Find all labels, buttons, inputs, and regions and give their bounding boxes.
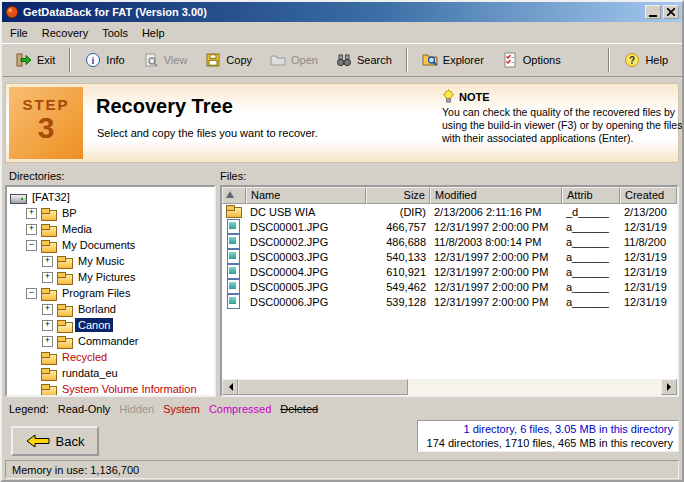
view-icon bbox=[143, 52, 159, 68]
back-button[interactable]: Back bbox=[11, 426, 99, 456]
file-created: 2/13/200 bbox=[620, 206, 677, 218]
expand-icon[interactable]: + bbox=[26, 208, 37, 219]
open-button[interactable]: Open bbox=[261, 47, 327, 73]
folder-icon bbox=[56, 255, 72, 268]
toolbar-separator bbox=[69, 48, 71, 72]
tree-item-label: My Documents bbox=[59, 238, 138, 252]
legend-label: Legend: bbox=[9, 403, 49, 415]
file-icon-cell bbox=[222, 204, 246, 219]
file-created: 12/31/19 bbox=[620, 281, 677, 293]
page-title: Recovery Tree bbox=[96, 95, 233, 118]
menu-item-tools[interactable]: Tools bbox=[95, 24, 135, 42]
folder-icon bbox=[225, 204, 241, 217]
folder-icon bbox=[40, 207, 56, 220]
explorer-label: Explorer bbox=[443, 54, 484, 66]
title-bar[interactable]: GetDataBack for FAT (Version 3.00) bbox=[2, 2, 682, 22]
memory-status: Memory in use: 1,136,700 bbox=[12, 464, 139, 476]
file-attrib: a______ bbox=[562, 236, 620, 248]
expand-icon[interactable]: + bbox=[42, 272, 53, 283]
jpg-file-icon bbox=[225, 294, 241, 307]
file-icon-cell bbox=[222, 294, 246, 309]
exit-button[interactable]: Exit bbox=[7, 47, 64, 73]
column-header-size[interactable]: Size bbox=[366, 187, 430, 204]
scroll-right-button[interactable] bbox=[661, 379, 677, 395]
menu-item-file[interactable]: File bbox=[3, 24, 35, 42]
help-button[interactable]: ? Help bbox=[615, 47, 677, 73]
column-header-created[interactable]: Created bbox=[620, 187, 677, 204]
file-created: 11/8/200 bbox=[620, 236, 677, 248]
tree-item-borland[interactable]: +Borland bbox=[7, 301, 214, 317]
tree-item-bp[interactable]: +BP bbox=[7, 205, 214, 221]
tree-item-my-documents[interactable]: −My Documents bbox=[7, 237, 214, 253]
search-button[interactable]: Search bbox=[327, 47, 401, 73]
files-body: DC USB WIA(DIR)2/13/2006 2:11:16 PM_d___… bbox=[222, 204, 677, 379]
tree-item-fat32[interactable]: [FAT32] bbox=[7, 189, 214, 205]
tree-item-label: Commander bbox=[75, 334, 142, 348]
expand-icon[interactable]: + bbox=[42, 336, 53, 347]
file-name: DSC00003.JPG bbox=[246, 251, 366, 263]
info-button[interactable]: i Info bbox=[76, 47, 133, 73]
scroll-right-icon bbox=[667, 383, 675, 391]
files-header: Name Size Modified Attrib Created bbox=[222, 187, 677, 204]
view-label: View bbox=[164, 54, 188, 66]
column-header-name[interactable]: Name bbox=[246, 187, 366, 204]
collapse-icon[interactable]: − bbox=[26, 240, 37, 251]
file-name: DSC00002.JPG bbox=[246, 236, 366, 248]
note-block: NOTE You can check the quality of the re… bbox=[442, 89, 684, 145]
file-row-dsc00006-jpg[interactable]: DSC00006.JPG539,12812/31/1997 2:00:00 PM… bbox=[222, 294, 677, 309]
tree-item-program-files[interactable]: −Program Files bbox=[7, 285, 214, 301]
note-label: NOTE bbox=[459, 91, 490, 103]
jpg-file-icon bbox=[225, 234, 241, 247]
collapse-icon[interactable]: − bbox=[26, 288, 37, 299]
tree-item-my-pictures[interactable]: +My Pictures bbox=[7, 269, 214, 285]
file-row-dsc00001-jpg[interactable]: DSC00001.JPG466,75712/31/1997 2:00:00 PM… bbox=[222, 219, 677, 234]
jpg-file-icon bbox=[225, 264, 241, 277]
horizontal-scrollbar[interactable] bbox=[222, 379, 677, 395]
scrollbar-track[interactable] bbox=[408, 379, 661, 395]
expand-icon[interactable]: + bbox=[42, 304, 53, 315]
tree-item-my-music[interactable]: +My Music bbox=[7, 253, 214, 269]
back-arrow-icon bbox=[26, 434, 50, 448]
explorer-button[interactable]: Explorer bbox=[413, 47, 493, 73]
close-button[interactable] bbox=[663, 5, 679, 19]
tree-item-label: My Pictures bbox=[75, 270, 138, 284]
tree-item-rundata-eu[interactable]: rundata_eu bbox=[7, 365, 214, 381]
directories-label: Directories: bbox=[5, 168, 216, 185]
tree-item-canon[interactable]: +Canon bbox=[7, 317, 214, 333]
file-row-dc-usb-wia[interactable]: DC USB WIA(DIR)2/13/2006 2:11:16 PM_d___… bbox=[222, 204, 677, 219]
file-row-dsc00004-jpg[interactable]: DSC00004.JPG610,92112/31/1997 2:00:00 PM… bbox=[222, 264, 677, 279]
folder-icon bbox=[56, 335, 72, 348]
summary-directory-line: 1 directory, 6 files, 3.05 MB in this di… bbox=[423, 422, 673, 436]
copy-icon bbox=[205, 52, 221, 68]
column-header-attrib[interactable]: Attrib bbox=[562, 187, 620, 204]
expand-icon[interactable]: + bbox=[42, 256, 53, 267]
scrollbar-thumb[interactable] bbox=[238, 379, 408, 395]
copy-button[interactable]: Copy bbox=[196, 47, 261, 73]
expand-icon[interactable]: + bbox=[42, 320, 53, 331]
file-row-dsc00002-jpg[interactable]: DSC00002.JPG486,68811/8/2003 8:00:14 PMa… bbox=[222, 234, 677, 249]
file-modified: 12/31/1997 2:00:00 PM bbox=[430, 251, 562, 263]
sort-arrow-icon bbox=[226, 191, 234, 198]
menu-item-recovery[interactable]: Recovery bbox=[35, 24, 95, 42]
tree-item-system-volume-information[interactable]: System Volume Information bbox=[7, 381, 214, 397]
column-header-modified[interactable]: Modified bbox=[430, 187, 562, 204]
sort-column-header[interactable] bbox=[222, 187, 246, 204]
view-button[interactable]: View bbox=[134, 47, 197, 73]
scroll-left-button[interactable] bbox=[222, 379, 238, 395]
tree-item-label: Media bbox=[59, 222, 95, 236]
file-row-dsc00005-jpg[interactable]: DSC00005.JPG549,46212/31/1997 2:00:00 PM… bbox=[222, 279, 677, 294]
window-title: GetDataBack for FAT (Version 3.00) bbox=[23, 6, 643, 18]
expand-icon[interactable]: + bbox=[26, 224, 37, 235]
tree-item-recycled[interactable]: Recycled bbox=[7, 349, 214, 365]
tree-item-media[interactable]: +Media bbox=[7, 221, 214, 237]
close-icon bbox=[667, 8, 675, 16]
file-row-dsc00003-jpg[interactable]: DSC00003.JPG540,13312/31/1997 2:00:00 PM… bbox=[222, 249, 677, 264]
lightbulb-icon bbox=[442, 89, 455, 104]
minimize-button[interactable] bbox=[645, 5, 661, 19]
folder-icon bbox=[40, 351, 56, 364]
file-size: 539,128 bbox=[366, 296, 430, 308]
menu-item-help[interactable]: Help bbox=[135, 24, 172, 42]
options-button[interactable]: Options bbox=[493, 47, 570, 73]
summary-box: 1 directory, 6 files, 3.05 MB in this di… bbox=[417, 420, 679, 452]
tree-item-commander[interactable]: +Commander bbox=[7, 333, 214, 349]
